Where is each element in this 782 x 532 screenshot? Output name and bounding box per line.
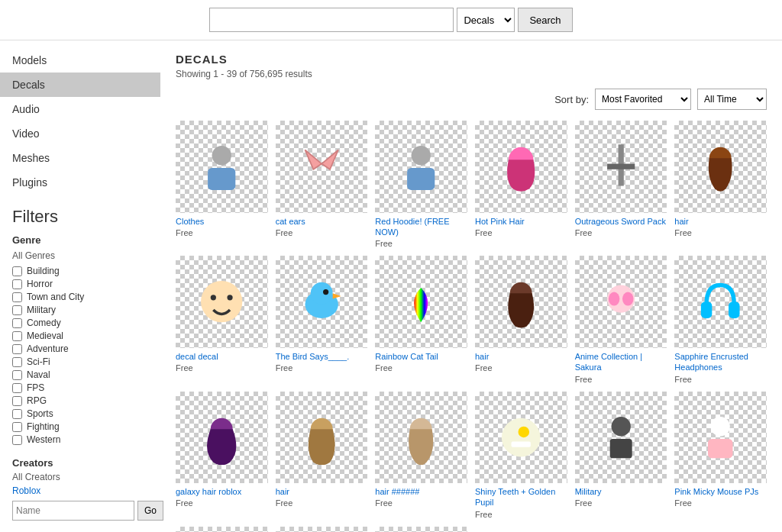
creator-go-button[interactable]: Go (137, 501, 163, 521)
items-grid: ClothesFreecat earsFreeRed Hoodie! (FREE… (176, 121, 767, 532)
item-card-17[interactable]: Pink Micky Mouse PJsFree (674, 392, 767, 519)
item-card-2[interactable]: Red Hoodie! (FREE NOW)Free (375, 121, 467, 248)
creators-title: Creators (12, 457, 148, 469)
genre-checkbox-military[interactable] (12, 305, 22, 315)
svg-point-16 (323, 289, 328, 295)
item-thumb-11 (674, 256, 767, 348)
item-card-16[interactable]: MilitaryFree (575, 392, 667, 519)
time-select[interactable]: All Time Past Day Past Week Past Month P… (697, 89, 767, 110)
item-name-5[interactable]: hair (674, 216, 767, 227)
item-name-12[interactable]: galaxy hair roblox (176, 486, 268, 497)
svg-rect-30 (610, 439, 632, 458)
item-card-0[interactable]: ClothesFree (176, 121, 268, 248)
nav-item-plugins[interactable]: Plugins (0, 170, 160, 195)
creator-name-input[interactable] (12, 501, 134, 521)
nav-list: Models Decals Audio Video Meshes Plugins (0, 48, 160, 195)
item-name-8[interactable]: Rainbow Cat Tail (375, 351, 467, 362)
item-name-13[interactable]: hair (276, 486, 368, 497)
item-card-8[interactable]: Rainbow Cat TailFree (375, 256, 467, 383)
genre-list: BuildingHorrorTown and CityMilitaryComed… (12, 266, 148, 445)
filter-item-fps: FPS (12, 382, 148, 393)
item-name-9[interactable]: hair (475, 351, 567, 362)
item-name-0[interactable]: Clothes (176, 216, 268, 227)
roblox-creator-link[interactable]: Roblox (12, 485, 148, 496)
item-name-4[interactable]: Outrageous Sword Pack (575, 216, 667, 227)
item-card-11[interactable]: Sapphire Encrusted HeadphonesFree (674, 256, 767, 383)
item-name-2[interactable]: Red Hoodie! (FREE NOW) (375, 216, 467, 238)
item-thumb-15 (475, 392, 567, 484)
genre-checkbox-sports[interactable] (12, 409, 22, 419)
item-name-7[interactable]: The Bird Says____. (276, 351, 368, 362)
search-bar: Decals Models Audio Video Meshes Plugins… (209, 8, 572, 32)
item-name-10[interactable]: Anime Collection | Sakura (575, 351, 667, 373)
item-card-13[interactable]: hairFree (276, 392, 368, 519)
item-name-6[interactable]: decal decal (176, 351, 268, 362)
item-card-18[interactable]: item19Free (176, 527, 268, 532)
nav-item-audio[interactable]: Audio (0, 97, 160, 121)
item-name-15[interactable]: Shiny Teeth + Golden Pupil (475, 486, 567, 508)
item-card-14[interactable]: hair ######Free (375, 392, 467, 519)
svg-point-19 (609, 292, 619, 306)
genre-checkbox-sci-fi[interactable] (12, 357, 22, 367)
item-name-3[interactable]: Hot Pink Hair (475, 216, 567, 227)
item-card-12[interactable]: galaxy hair robloxFree (176, 392, 268, 519)
genre-checkbox-building[interactable] (12, 266, 22, 276)
svg-point-11 (211, 295, 216, 301)
item-card-7[interactable]: The Bird Says____.Free (276, 256, 368, 383)
creator-search-row: Go (12, 501, 148, 521)
genre-checkbox-comedy[interactable] (12, 318, 22, 328)
item-card-4[interactable]: Outrageous Sword PackFree (575, 121, 667, 248)
genre-checkbox-naval[interactable] (12, 370, 22, 380)
nav-item-decals[interactable]: Decals (0, 73, 160, 97)
item-card-1[interactable]: cat earsFree (276, 121, 368, 248)
svg-rect-5 (408, 168, 435, 190)
item-thumb-8 (375, 256, 467, 348)
genre-checkbox-rpg[interactable] (12, 396, 22, 406)
item-price-12: Free (176, 498, 268, 508)
filter-item-horror: Horror (12, 279, 148, 289)
filter-item-town-and-city: Town and City (12, 292, 148, 302)
svg-point-31 (711, 417, 730, 436)
genre-checkbox-town-and-city[interactable] (12, 292, 22, 302)
genre-checkbox-horror[interactable] (12, 279, 22, 289)
genre-checkbox-fps[interactable] (12, 383, 22, 393)
results-info: Showing 1 - 39 of 756,695 results (176, 69, 767, 79)
genre-label-fighting: Fighting (27, 421, 60, 432)
nav-item-video[interactable]: Video (0, 121, 160, 146)
filter-item-military: Military (12, 305, 148, 315)
filter-item-medieval: Medieval (12, 330, 148, 341)
genre-checkbox-medieval[interactable] (12, 331, 22, 341)
item-price-16: Free (575, 498, 667, 508)
category-select[interactable]: Decals Models Audio Video Meshes Plugins (457, 8, 515, 32)
nav-item-models[interactable]: Models (0, 48, 160, 73)
item-name-17[interactable]: Pink Micky Mouse PJs (674, 486, 767, 497)
item-name-16[interactable]: Military (575, 486, 667, 497)
item-card-5[interactable]: hairFree (674, 121, 767, 248)
item-name-1[interactable]: cat ears (276, 216, 368, 227)
item-card-15[interactable]: Shiny Teeth + Golden PupilFree (475, 392, 567, 519)
item-thumb-20 (375, 527, 467, 532)
sort-select[interactable]: Most Favorited Relevance Most Taken Rece… (595, 89, 691, 110)
genre-label-sports: Sports (27, 408, 53, 419)
filter-item-adventure: Adventure (12, 343, 148, 354)
item-card-10[interactable]: Anime Collection | SakuraFree (575, 256, 667, 383)
item-name-11[interactable]: Sapphire Encrusted Headphones (674, 351, 767, 373)
item-card-20[interactable]: item21Free (375, 527, 467, 532)
item-card-3[interactable]: Hot Pink HairFree (475, 121, 567, 248)
item-card-19[interactable]: item20Free (276, 527, 368, 532)
genre-checkbox-adventure[interactable] (12, 344, 22, 354)
main-layout: Models Decals Audio Video Meshes Plugins… (0, 40, 782, 532)
svg-rect-32 (708, 439, 733, 458)
item-price-8: Free (375, 363, 467, 372)
content-area: DECALS Showing 1 - 39 of 756,695 results… (160, 40, 782, 532)
search-input[interactable] (209, 8, 454, 32)
search-button[interactable]: Search (518, 8, 572, 32)
genre-checkbox-fighting[interactable] (12, 422, 22, 432)
nav-item-meshes[interactable]: Meshes (0, 146, 160, 170)
item-card-6[interactable]: decal decalFree (176, 256, 268, 383)
item-card-9[interactable]: hairFree (475, 256, 567, 383)
genre-checkbox-western[interactable] (12, 435, 22, 445)
all-genres-label: All Genres (12, 250, 148, 261)
item-name-14[interactable]: hair ###### (375, 486, 467, 497)
item-thumb-13 (276, 392, 368, 484)
